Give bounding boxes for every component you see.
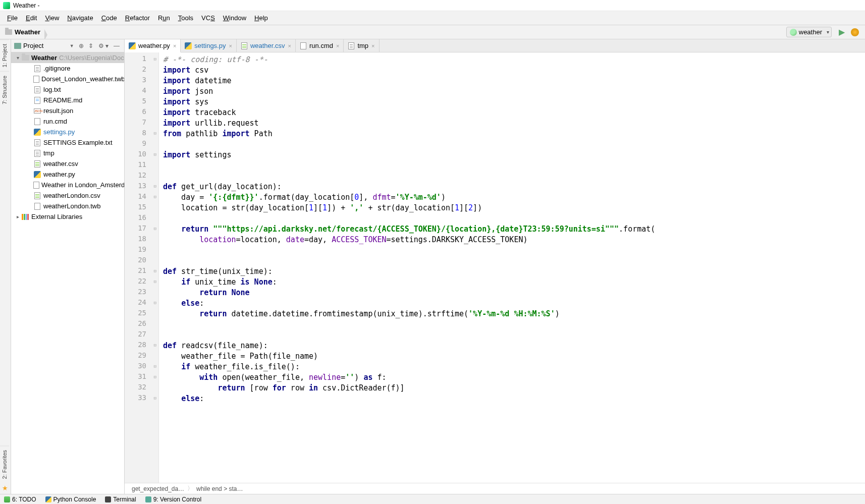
tree-file[interactable]: tmp [11,148,124,158]
file-icon [34,203,40,210]
line-number: 11 [125,160,158,171]
bottom-terminal[interactable]: Terminal [105,496,136,503]
close-icon[interactable]: × [288,43,291,49]
tree-file[interactable]: weather.csv [11,158,124,169]
menu-help[interactable]: Help [250,13,272,23]
bottom-version-control[interactable]: 9: Version Control [145,496,201,503]
menu-vcs[interactable]: VCS [197,13,219,23]
menu-run[interactable]: Run [154,13,174,23]
fold-icon[interactable]: ⊟ [154,131,156,136]
menu-view[interactable]: View [41,13,63,23]
tree-file-label: result.json [43,107,73,115]
project-tree[interactable]: ▾ Weather C:\Users\Eugenia\Doc .gitignor… [11,52,124,494]
line-number: 24⊟ [125,298,158,309]
line-number: 13⊟ [125,182,158,192]
file-icon [300,42,306,49]
tree-file[interactable]: .gitignore [11,63,124,74]
file-icon [34,139,40,146]
tab-label: weather.py [138,42,170,49]
expand-arrow-icon[interactable]: ▸ [14,214,21,219]
tree-file[interactable]: log.txt [11,84,124,95]
tree-file[interactable]: JSONresult.json [11,105,124,116]
settings-gear-icon[interactable]: ⚙ ▾ [98,42,109,49]
editor-tab[interactable]: tmp× [344,39,379,52]
tree-file[interactable]: weatherLondon.twb [11,201,124,211]
left-tab-structure[interactable]: 7: Structure [0,71,9,108]
fold-icon[interactable]: ⊟ [154,364,156,369]
editor-breadcrumb: get_expected_da… 〉 while end > sta… [125,483,865,494]
close-icon[interactable]: × [336,43,339,49]
project-tool-window: Project ▼ ⊕ ⇕ ⚙ ▾ — ▾ Weather C:\Users\E… [11,39,125,494]
tree-file[interactable]: weatherLondon.csv [11,190,124,201]
expand-arrow-icon[interactable]: ▾ [14,55,21,61]
hide-icon[interactable]: — [114,42,120,49]
menu-tools[interactable]: Tools [174,13,197,23]
menu-refactor[interactable]: Refactor [121,13,154,23]
tree-file[interactable]: Weather in London_Amsterd [11,180,124,190]
nav-bar: Weather weather ▶ [0,25,865,39]
line-number: 2 [125,65,158,76]
editor-tab[interactable]: weather.py× [125,39,181,52]
left-tab-favorites[interactable]: 2: Favorites [0,445,9,483]
run-config-selector[interactable]: weather [786,27,832,37]
line-number: 33⊟ [125,394,158,404]
fold-icon[interactable]: ⊟ [154,57,156,62]
fold-icon[interactable]: ⊟ [154,268,156,273]
tree-root[interactable]: ▾ Weather C:\Users\Eugenia\Doc [11,52,124,63]
fold-icon[interactable]: ⊟ [154,226,156,231]
fold-icon[interactable]: ⊟ [154,152,156,157]
run-button[interactable]: ▶ [839,27,845,37]
tree-file[interactable]: README.md [11,95,124,105]
line-number: 1⊟ [125,54,158,65]
menu-window[interactable]: Window [219,13,250,23]
collapse-icon[interactable]: ⇕ [88,42,93,49]
main-area: Project ▼ ⊕ ⇕ ⚙ ▾ — ▾ Weather C:\Users\E… [11,39,865,494]
tree-file[interactable]: run.cmd [11,116,124,127]
editor-tabs: weather.py×settings.py×weather.csv×run.c… [125,39,865,52]
close-icon[interactable]: × [371,43,374,49]
bottom-python-console[interactable]: Python Console [45,496,96,503]
tree-file[interactable]: SETTINGS Example.txt [11,137,124,148]
fold-icon[interactable]: ⊟ [154,343,156,348]
project-view-dropdown[interactable]: ▼ [70,43,74,48]
debug-button[interactable] [851,28,859,36]
tree-file[interactable]: weather.py [11,169,124,180]
close-icon[interactable]: × [173,43,176,49]
fold-icon[interactable]: ⊟ [154,279,156,284]
tree-file[interactable]: Dorset_London_weather.twb [11,74,124,84]
tree-external-libs[interactable]: ▸ External Libraries [11,211,124,222]
fold-icon[interactable]: ⊟ [154,184,156,189]
fold-icon[interactable]: ⊟ [154,396,156,401]
close-icon[interactable]: × [229,43,232,49]
line-number: 21⊟ [125,266,158,277]
file-icon [348,42,354,49]
crumb-item[interactable]: get_expected_da… [129,485,187,492]
line-number: 25 [125,309,158,319]
tree-file-label: run.cmd [43,118,67,125]
editor-tab[interactable]: run.cmd× [296,39,344,52]
line-number: 28⊟ [125,341,158,351]
libraries-icon [22,214,29,220]
tree-file-label: settings.py [43,128,75,136]
fold-icon[interactable]: ⊟ [154,300,156,305]
line-number: 19 [125,245,158,256]
bottom-todo[interactable]: 6: TODO [4,496,36,503]
menu-navigate[interactable]: Navigate [63,13,97,23]
menu-edit[interactable]: Edit [22,13,41,23]
file-icon [34,150,40,157]
editor-tab[interactable]: settings.py× [181,39,237,52]
tree-file[interactable]: settings.py [11,127,124,137]
breadcrumb-root[interactable]: Weather [3,28,44,36]
crumb-item[interactable]: while end > sta… [193,485,246,492]
menu-code[interactable]: Code [97,13,121,23]
fold-icon[interactable]: ⊟ [154,374,156,379]
tree-root-path: C:\Users\Eugenia\Doc [59,54,124,62]
code-editor[interactable]: # -*- coding: utf-8 -*- import csv impor… [159,52,865,483]
left-tab-project[interactable]: 1: Project [0,39,9,71]
menu-file[interactable]: File [3,13,22,23]
editor-tab[interactable]: weather.csv× [237,39,296,52]
fold-icon[interactable]: ⊟ [154,194,156,199]
locate-icon[interactable]: ⊕ [79,42,84,49]
tree-file-label: log.txt [43,86,61,93]
line-number: 9 [125,139,158,150]
